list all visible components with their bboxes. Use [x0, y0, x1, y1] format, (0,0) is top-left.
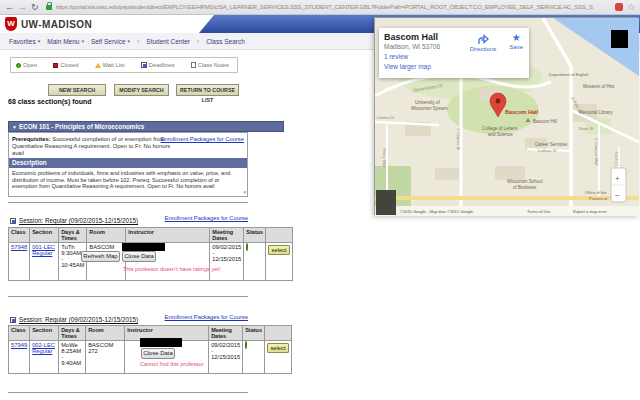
open-status-icon: [245, 341, 247, 349]
open-status-icon: [16, 63, 21, 68]
report-error-link[interactable]: Report a map error: [573, 209, 607, 214]
redacted-instructor: [122, 243, 165, 251]
forward-icon[interactable]: →: [18, 1, 27, 14]
close-data-button[interactable]: Close Data: [122, 251, 156, 262]
col-meeting-dates: Meeting Dates: [210, 228, 244, 243]
legend-label-class-notes: Class Notes: [198, 62, 229, 68]
col-days-times: Days & Times: [59, 228, 87, 243]
section-link[interactable]: Regular: [32, 348, 56, 354]
terms-of-use-link[interactable]: Terms of Use: [527, 209, 551, 214]
class-number-link[interactable]: 57948: [11, 244, 27, 250]
extension-icon[interactable]: [615, 3, 623, 11]
poi-label: of Business: [513, 185, 537, 190]
reload-icon[interactable]: ↻: [31, 1, 39, 14]
modify-search-button[interactable]: MODIFY SEARCH: [114, 84, 169, 96]
deadlines-icon[interactable]: [10, 218, 16, 224]
url-text[interactable]: https://portal.isis.wisc.edu/psp/student…: [56, 4, 611, 10]
map-info-card: Bascom Hall Madison, WI 53706 1 review V…: [379, 28, 529, 78]
session-2-header: Session: Regular (09/02/2015-12/15/2015): [10, 316, 138, 323]
https-padlock-icon: [46, 5, 52, 10]
deadlines-icon[interactable]: [10, 317, 16, 323]
screen: ← → ↻ https://portal.isis.wisc.edu/psp/s…: [0, 0, 640, 400]
street-label: Henry Mall: [382, 148, 387, 167]
breadcrumb-favorites[interactable]: Favorites: [9, 38, 36, 45]
new-search-button[interactable]: NEW SEARCH: [48, 84, 106, 96]
professor-rating-note: Cannot find this professor: [140, 361, 204, 367]
select-button[interactable]: select: [267, 343, 289, 353]
result-count: 68 class section(s) found: [8, 98, 92, 105]
col-room: Room: [86, 326, 125, 341]
zoom-out-button[interactable]: −: [615, 191, 620, 200]
poi-label: Wisconsin School: [507, 179, 543, 184]
map-popup: Observatory Dr University of Wisconsin S…: [374, 17, 638, 215]
street-label: State St: [579, 126, 594, 131]
meeting-dates-cell: 09/02/2015 - 12/15/2015: [209, 341, 243, 374]
zoom-in-button[interactable]: +: [615, 174, 620, 183]
marker-label: Bascom Hall: [505, 109, 538, 115]
poi-label: University of: [415, 100, 441, 105]
save-button[interactable]: ★ Save: [509, 33, 523, 52]
poi-label: Bascom Hill: [533, 119, 557, 124]
poi-label: Department of English: [549, 72, 589, 77]
divider: [8, 392, 248, 393]
collapse-arrow-icon[interactable]: ▼: [12, 124, 17, 130]
col-status: Status: [244, 228, 266, 243]
street-label: N Charter St: [456, 128, 461, 151]
closed-status-icon: [53, 63, 58, 68]
col-action: [264, 326, 291, 341]
breadcrumb-separator: ›: [137, 38, 139, 45]
prerequisites-label: Prerequisites:: [12, 136, 51, 142]
star-icon: ★: [512, 33, 521, 43]
view-larger-map-link[interactable]: View larger map: [384, 63, 524, 70]
street-label: E Campus Mall: [594, 138, 599, 165]
class-notes-icon: [191, 62, 196, 68]
enrollment-packages-link[interactable]: Enrollment Packages for Course: [165, 215, 248, 221]
enrollment-packages-link[interactable]: Enrollment Packages for Course: [165, 314, 248, 320]
enrollment-packages-link[interactable]: Enrollment Packages for Course: [161, 136, 244, 142]
col-class: Class: [9, 228, 30, 243]
col-room: Room: [87, 228, 126, 243]
divider: [8, 296, 248, 297]
legend-label-waitlist: Wait List: [103, 62, 125, 68]
brand-tab: W UW-MADISON: [0, 15, 214, 33]
scrollbar-down-icon[interactable]: ▾: [243, 189, 246, 195]
return-to-course-list-button[interactable]: RETURN TO COURSE LIST: [176, 84, 239, 96]
col-action: [266, 228, 293, 243]
bookmark-star-icon[interactable]: ☆: [627, 1, 635, 13]
select-button[interactable]: select: [268, 245, 290, 255]
legend-label-closed: Closed: [60, 62, 78, 68]
description-text: Economic problems of individuals, firms …: [9, 168, 247, 197]
map-attribution: ©2015 Google - Map data ©2015 Google: [400, 209, 474, 214]
poi-label: Memorial Library: [579, 110, 613, 115]
street-label: Linden Dr: [377, 115, 395, 120]
breadcrumb-class-search: Class Search: [206, 38, 245, 45]
breadcrumb-main-menu[interactable]: Main Menu: [47, 38, 79, 45]
directions-button[interactable]: Directions: [470, 33, 497, 52]
col-section: Section: [30, 326, 59, 341]
class-number-link[interactable]: 57949: [11, 342, 27, 348]
refresh-map-button[interactable]: Refresh Map: [81, 251, 120, 262]
reviews-link[interactable]: 1 review: [384, 53, 524, 60]
section-link[interactable]: Regular: [32, 250, 56, 256]
course-title: ECON 101 - Principles of Microeconomics: [19, 123, 144, 130]
waitlist-status-icon: [95, 63, 101, 68]
poi-label: Provost of: [589, 196, 608, 201]
directions-icon: [476, 33, 489, 45]
session-1-header: Session: Regular (09/02/2015-12/15/2015): [10, 217, 138, 224]
status-legend: Open Closed Wait List Deadlines Class No…: [10, 57, 238, 73]
room-cell: BASCOM 272: [86, 341, 125, 374]
legend-label-open: Open: [23, 62, 37, 68]
brand-title: UW-MADISON: [21, 19, 92, 30]
close-data-button[interactable]: Close Data: [141, 348, 175, 359]
poi-label: Career Services: [535, 142, 568, 147]
col-section: Section: [30, 228, 59, 243]
professor-rating-note: This professor doesn't have ratings yet!: [123, 266, 220, 272]
divider: [8, 202, 248, 203]
open-status-icon: [246, 243, 248, 251]
col-status: Status: [243, 326, 265, 341]
back-icon[interactable]: ←: [5, 1, 14, 14]
course-section-header[interactable]: ▼ECON 101 - Principles of Microeconomics: [8, 121, 284, 132]
poi-label: College of Letters: [482, 126, 518, 131]
breadcrumb-student-center[interactable]: Student Center: [146, 38, 190, 45]
breadcrumb-self-service[interactable]: Self Service: [91, 38, 126, 45]
